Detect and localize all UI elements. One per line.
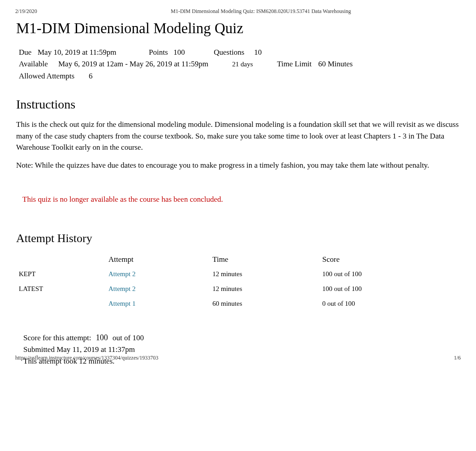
row-time: 60 minutes [209, 296, 319, 311]
allowed-attempts-value: 6 [89, 70, 93, 82]
questions-value: 10 [254, 47, 262, 58]
col-blank [15, 252, 105, 267]
questions-label: Questions [214, 47, 254, 58]
due-value: May 10, 2019 at 11:59pm [38, 47, 149, 58]
points-value: 100 [173, 47, 214, 58]
timelimit-label: Time Limit [277, 58, 318, 70]
score-summary: Score for this attempt: 100 out of 100 S… [23, 332, 461, 367]
print-title: M1-DIM Dimensional Modeling Quiz: ISM620… [171, 8, 351, 15]
table-row: Attempt 1 60 minutes 0 out of 100 [15, 296, 461, 311]
col-score: Score [319, 252, 461, 267]
instructions-body: This is the check out quiz for the dimen… [16, 119, 460, 171]
print-date: 2/19/2020 [15, 8, 171, 15]
page-title: M1-DIM Dimensional Modeling Quiz [16, 20, 461, 37]
quiz-closed-notice: This quiz is no longer available as the … [22, 195, 460, 204]
instructions-p1: This is the check out quiz for the dimen… [16, 119, 460, 153]
submitted-line: Submitted May 11, 2019 at 11:37pm [23, 344, 461, 356]
col-attempt: Attempt [105, 252, 209, 267]
attempt-link[interactable]: Attempt 1 [108, 300, 135, 307]
col-time: Time [209, 252, 319, 267]
attempt-link[interactable]: Attempt 2 [108, 270, 135, 278]
table-header-row: Attempt Time Score [15, 252, 461, 267]
attempt-history-table: Attempt Time Score KEPT Attempt 2 12 min… [15, 252, 461, 311]
footer-url: https://usflearn.instructure.com/courses… [15, 355, 158, 361]
table-row: KEPT Attempt 2 12 minutes 100 out of 100 [15, 267, 461, 282]
footer-page: 1/6 [454, 355, 461, 361]
row-time: 12 minutes [209, 267, 319, 282]
score-value: 100 [93, 333, 111, 342]
row-score: 100 out of 100 [319, 282, 461, 296]
row-tag [15, 296, 105, 311]
attempt-history-heading: Attempt History [16, 232, 461, 245]
available-label: Available [19, 58, 58, 70]
row-time: 12 minutes [209, 282, 319, 296]
allowed-attempts-label: Allowed Attempts [19, 70, 89, 82]
score-label: Score for this attempt: [23, 334, 91, 342]
print-header: 2/19/2020 M1-DIM Dimensional Modeling Qu… [15, 8, 461, 15]
score-outof: out of 100 [113, 334, 144, 342]
attempt-link[interactable]: Attempt 2 [108, 285, 135, 292]
available-days: 21 days [232, 59, 277, 69]
row-score: 0 out of 100 [319, 296, 461, 311]
due-label: Due [19, 47, 38, 58]
instructions-heading: Instructions [16, 97, 461, 112]
quiz-meta: Due May 10, 2019 at 11:59pm Points 100 Q… [15, 45, 461, 87]
row-score: 100 out of 100 [319, 267, 461, 282]
points-label: Points [149, 47, 173, 58]
table-row: LATEST Attempt 2 12 minutes 100 out of 1… [15, 282, 461, 296]
row-tag: KEPT [15, 267, 105, 282]
print-footer: https://usflearn.instructure.com/courses… [15, 355, 461, 361]
row-tag: LATEST [15, 282, 105, 296]
timelimit-value: 60 Minutes [318, 58, 353, 70]
available-value: May 6, 2019 at 12am - May 26, 2019 at 11… [58, 58, 232, 70]
instructions-p2: Note: While the quizzes have due dates t… [16, 160, 460, 171]
